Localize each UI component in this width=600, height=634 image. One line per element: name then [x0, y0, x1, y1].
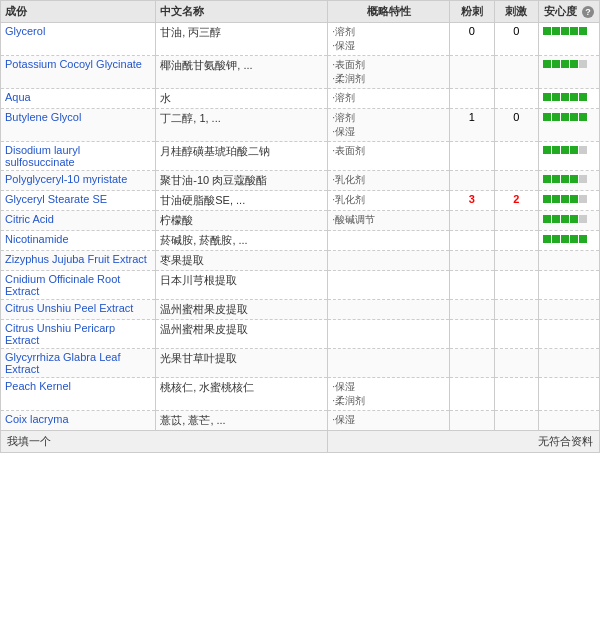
table-row: Coix lacryma薏苡, 薏芒, ...保湿: [1, 411, 600, 431]
properties-cell: 溶剂: [328, 89, 450, 109]
properties-cell: 乳化剂: [328, 171, 450, 191]
irritant-value: [494, 271, 538, 300]
safety-bar-cell: [538, 300, 599, 320]
table-row: Citrus Unshiu Pericarp Extract温州蜜柑果皮提取: [1, 320, 600, 349]
irritant-value: [494, 56, 538, 89]
properties-cell: 保湿: [328, 411, 450, 431]
ingredient-name[interactable]: Cnidium Officinale Root Extract: [1, 271, 156, 300]
chinese-name: 薏苡, 薏芒, ...: [156, 411, 328, 431]
ingredient-name[interactable]: Disodium lauryl sulfosuccinate: [1, 142, 156, 171]
ingredient-name[interactable]: Citric Acid: [1, 211, 156, 231]
safety-bar-cell: [538, 211, 599, 231]
safety-help-icon[interactable]: ?: [582, 6, 594, 18]
ingredient-name[interactable]: Glycyrrhiza Glabra Leaf Extract: [1, 349, 156, 378]
properties-cell: 保湿柔润剂: [328, 378, 450, 411]
ingredient-table: 成份 中文名称 概略特性 粉刺 刺激 安心度 ? Glycerol甘油, 丙三醇…: [0, 0, 600, 453]
table-row: Butylene Glycol丁二醇, 1, ...溶剂保湿10: [1, 109, 600, 142]
acne-value: 0: [450, 23, 494, 56]
properties-cell: [328, 231, 450, 251]
properties-cell: [328, 320, 450, 349]
safety-bar-cell: [538, 142, 599, 171]
irritant-value: [494, 211, 538, 231]
footer-left[interactable]: 我填一个: [1, 431, 328, 453]
safety-bar-cell: [538, 89, 599, 109]
safety-bar-cell: [538, 191, 599, 211]
irritant-value: 0: [494, 109, 538, 142]
acne-value: [450, 211, 494, 231]
irritant-value: [494, 411, 538, 431]
irritant-value: [494, 378, 538, 411]
irritant-value: 0: [494, 23, 538, 56]
ingredient-name[interactable]: Glycerol: [1, 23, 156, 56]
acne-value: [450, 320, 494, 349]
header-irritant: 刺激: [494, 1, 538, 23]
irritant-value: [494, 231, 538, 251]
ingredient-name[interactable]: Potassium Cocoyl Glycinate: [1, 56, 156, 89]
chinese-name: 温州蜜柑果皮提取: [156, 320, 328, 349]
ingredient-name[interactable]: Coix lacryma: [1, 411, 156, 431]
ingredient-name[interactable]: Citrus Unshiu Peel Extract: [1, 300, 156, 320]
irritant-value: 2: [494, 191, 538, 211]
table-row: Aqua水溶剂: [1, 89, 600, 109]
acne-value: 1: [450, 109, 494, 142]
table-row: Polyglyceryl-10 myristate聚甘油-10 肉豆蔻酸酯乳化剂: [1, 171, 600, 191]
acne-value: [450, 378, 494, 411]
chinese-name: 椰油酰甘氨酸钾, ...: [156, 56, 328, 89]
irritant-value: [494, 300, 538, 320]
ingredient-name[interactable]: Polyglyceryl-10 myristate: [1, 171, 156, 191]
properties-cell: 溶剂保湿: [328, 23, 450, 56]
header-chinese: 中文名称: [156, 1, 328, 23]
main-container: 成份 中文名称 概略特性 粉刺 刺激 安心度 ? Glycerol甘油, 丙三醇…: [0, 0, 600, 453]
chinese-name: 枣果提取: [156, 251, 328, 271]
table-row: Nicotinamide菸碱胺, 菸酰胺, ...: [1, 231, 600, 251]
header-ingredient: 成份: [1, 1, 156, 23]
chinese-name: 甘油硬脂酸SE, ...: [156, 191, 328, 211]
header-acne: 粉刺: [450, 1, 494, 23]
acne-value: [450, 142, 494, 171]
ingredient-name[interactable]: Peach Kernel: [1, 378, 156, 411]
safety-bar-cell: [538, 109, 599, 142]
ingredient-name[interactable]: Glyceryl Stearate SE: [1, 191, 156, 211]
acne-value: [450, 300, 494, 320]
acne-value: [450, 349, 494, 378]
properties-cell: 酸碱调节: [328, 211, 450, 231]
irritant-value: [494, 251, 538, 271]
chinese-name: 柠檬酸: [156, 211, 328, 231]
header-properties: 概略特性: [328, 1, 450, 23]
properties-cell: [328, 251, 450, 271]
safety-bar-cell: [538, 171, 599, 191]
acne-value: [450, 271, 494, 300]
safety-bar-cell: [538, 56, 599, 89]
chinese-name: 水: [156, 89, 328, 109]
table-row: Zizyphus Jujuba Fruit Extract枣果提取: [1, 251, 600, 271]
table-row: Citric Acid柠檬酸酸碱调节: [1, 211, 600, 231]
ingredient-name[interactable]: Butylene Glycol: [1, 109, 156, 142]
acne-value: [450, 56, 494, 89]
chinese-name: 日本川芎根提取: [156, 271, 328, 300]
irritant-value: [494, 349, 538, 378]
properties-cell: 表面剂: [328, 142, 450, 171]
ingredient-name[interactable]: Aqua: [1, 89, 156, 109]
table-row: Glyceryl Stearate SE甘油硬脂酸SE, ...乳化剂32: [1, 191, 600, 211]
footer-right: 无符合资料: [328, 431, 600, 453]
table-row: Cnidium Officinale Root Extract日本川芎根提取: [1, 271, 600, 300]
ingredient-name[interactable]: Citrus Unshiu Pericarp Extract: [1, 320, 156, 349]
table-row: Citrus Unshiu Peel Extract温州蜜柑果皮提取: [1, 300, 600, 320]
safety-bar-cell: [538, 23, 599, 56]
acne-value: 3: [450, 191, 494, 211]
ingredient-name[interactable]: Nicotinamide: [1, 231, 156, 251]
table-row: Glycerol甘油, 丙三醇溶剂保湿00: [1, 23, 600, 56]
properties-cell: [328, 271, 450, 300]
chinese-name: 甘油, 丙三醇: [156, 23, 328, 56]
acne-value: [450, 171, 494, 191]
chinese-name: 菸碱胺, 菸酰胺, ...: [156, 231, 328, 251]
acne-value: [450, 89, 494, 109]
irritant-value: [494, 142, 538, 171]
safety-bar-cell: [538, 378, 599, 411]
ingredient-name[interactable]: Zizyphus Jujuba Fruit Extract: [1, 251, 156, 271]
properties-cell: [328, 300, 450, 320]
table-row: Peach Kernel桃核仁, 水蜜桃核仁保湿柔润剂: [1, 378, 600, 411]
safety-bar-cell: [538, 271, 599, 300]
chinese-name: 月桂醇磺基琥珀酸二钠: [156, 142, 328, 171]
safety-bar-cell: [538, 320, 599, 349]
